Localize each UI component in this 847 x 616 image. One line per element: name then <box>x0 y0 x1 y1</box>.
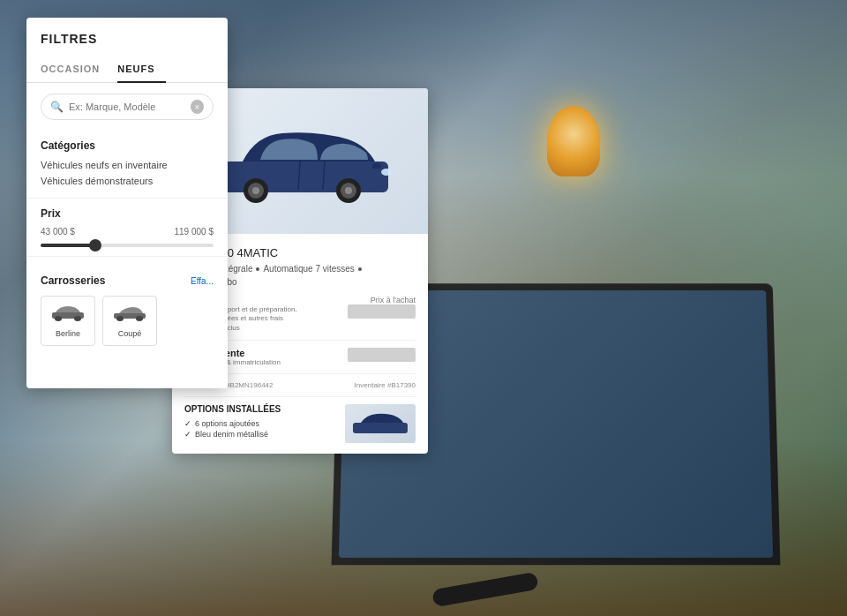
search-clear-button[interactable]: × <box>191 100 204 114</box>
divider-1 <box>26 198 228 199</box>
svg-point-9 <box>252 187 259 194</box>
car-thumbnail <box>345 404 416 443</box>
check-icon-2: ✓ <box>184 430 191 439</box>
berline-label: Berline <box>56 329 80 338</box>
berline-icon <box>50 304 86 326</box>
carrosseries-header: Carrosseries Effa... <box>26 266 228 292</box>
car-type-coupe[interactable]: Coupé <box>102 296 157 346</box>
options-list: ✓ 6 options ajoutées ✓ Bleu denim métall… <box>184 419 281 439</box>
price-slider-track[interactable] <box>41 244 214 247</box>
option-label-2: Bleu denim métallisé <box>195 430 268 439</box>
light-bulb-decoration <box>547 106 600 177</box>
price-min: 43 000 $ <box>41 227 75 237</box>
carrosseries-title: Carrosseries <box>41 274 105 287</box>
category-neufs[interactable]: Véhicules neufs en inventaire <box>26 157 228 173</box>
svg-point-13 <box>381 169 392 176</box>
effacer-link[interactable]: Effa... <box>191 276 214 286</box>
filter-header: FILTRES OCCASION NEUFS <box>26 18 228 83</box>
search-icon: 🔍 <box>50 101 64 113</box>
car-type-berline[interactable]: Berline <box>41 296 95 346</box>
spec-transmission: Automatique 7 vitesses <box>263 264 354 274</box>
svg-point-1 <box>55 316 62 321</box>
spec-dot-1 <box>256 267 259 271</box>
spec-dot-2 <box>358 267 362 271</box>
options-left: OPTIONS INSTALLÉES ✓ 6 options ajoutées … <box>184 404 281 440</box>
search-input[interactable] <box>69 101 191 112</box>
slider-thumb[interactable] <box>89 239 101 252</box>
prix-achat-header: Prix à l'achat <box>348 296 416 304</box>
check-icon-1: ✓ <box>184 419 191 428</box>
coupe-icon <box>112 304 147 326</box>
tab-occasion[interactable]: OCCASION <box>41 56 110 83</box>
option-item-1: ✓ 6 options ajoutées <box>184 419 281 428</box>
slider-fill <box>41 244 93 247</box>
thumbnail-car-svg <box>349 408 412 439</box>
search-bar: 🔍 × <box>41 94 214 120</box>
inventaire-text: Inventaire #B17390 <box>355 381 416 389</box>
categories-title: Catégories <box>26 131 228 157</box>
filter-title: FILTRES <box>41 32 214 46</box>
svg-point-2 <box>74 316 81 321</box>
price-section-title: Prix <box>41 207 214 220</box>
prix-achat-right: Prix à l'achat ██████ <box>348 296 416 319</box>
filter-tabs: OCCASION NEUFS <box>26 56 228 83</box>
svg-point-4 <box>116 316 124 321</box>
tab-neufs[interactable]: NEUFS <box>117 56 165 83</box>
option-label-1: 6 options ajoutées <box>195 419 259 428</box>
svg-point-12 <box>345 187 352 194</box>
options-header: OPTIONS INSTALLÉES <box>184 404 281 414</box>
svg-rect-17 <box>372 163 381 169</box>
price-max: 119 000 $ <box>175 227 214 237</box>
svg-point-5 <box>136 316 143 321</box>
category-demo[interactable]: Véhicules démonstrateurs <box>26 173 228 189</box>
options-section: OPTIONS INSTALLÉES ✓ 6 options ajoutées … <box>184 404 416 443</box>
filter-panel: FILTRES OCCASION NEUFS 🔍 × Catégories Vé… <box>26 18 228 388</box>
pdsf-value: ██████ <box>348 304 416 319</box>
option-item-2: ✓ Bleu denim métallisé <box>184 430 281 439</box>
svg-rect-18 <box>353 423 408 433</box>
coupe-label: Coupé <box>118 329 142 338</box>
price-section: Prix 43 000 $ 119 000 $ <box>26 207 228 247</box>
prix-vente-value: ██████ <box>348 348 416 362</box>
carrosseries-grid: Berline Coupé <box>26 292 228 349</box>
price-range: 43 000 $ 119 000 $ <box>41 227 214 237</box>
detail-divider-3 <box>184 396 416 397</box>
divider-2 <box>26 256 228 257</box>
